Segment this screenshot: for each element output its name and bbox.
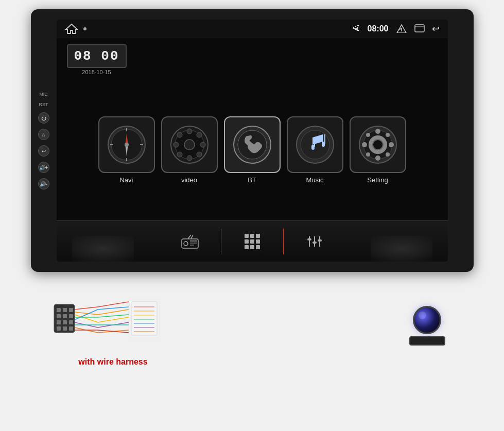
svg-point-44 [366, 152, 370, 157]
status-right: ⮘ 08:00 ↩ [352, 23, 440, 35]
svg-line-85 [98, 307, 129, 309]
svg-rect-56 [307, 238, 311, 240]
video-reel-svg [169, 124, 210, 165]
bottom-bar [57, 220, 448, 262]
music-label: Music [306, 176, 324, 184]
car-stereo-unit: MIC RST ⏻ ⌂ ↩ 🔊+ 🔊- [31, 9, 474, 272]
status-time: 08:00 [368, 24, 389, 33]
bt-label: BT [248, 176, 256, 184]
svg-line-72 [75, 307, 98, 309]
main-screen: ⮘ 08:00 ↩ [57, 20, 448, 262]
svg-rect-71 [69, 326, 73, 331]
svg-line-52 [191, 235, 193, 239]
svg-point-22 [197, 152, 202, 157]
svg-point-25 [184, 140, 195, 150]
svg-point-45 [373, 140, 383, 150]
app-navi[interactable]: Navi [98, 116, 155, 184]
app-setting[interactable]: Setting [350, 116, 406, 184]
power-icon: ⏻ [38, 112, 49, 124]
status-bar: ⮘ 08:00 ↩ [57, 20, 448, 38]
camera-visual [402, 306, 453, 347]
svg-rect-70 [63, 326, 67, 331]
signal-icon [396, 24, 407, 35]
svg-line-83 [98, 317, 129, 322]
video-label: video [181, 176, 197, 184]
app-music[interactable]: Music [287, 116, 343, 184]
compass-svg [106, 124, 147, 165]
eq-icon [306, 234, 323, 249]
svg-point-20 [200, 142, 205, 147]
svg-rect-62 [69, 308, 73, 312]
camera-mount [409, 336, 445, 346]
bt-icon-box [224, 116, 281, 173]
back-button[interactable]: ↩ [38, 145, 49, 157]
home-status-icon [65, 23, 78, 35]
phone-svg [232, 124, 273, 165]
svg-point-19 [173, 142, 179, 147]
svg-rect-67 [63, 320, 67, 324]
home-icon: ⌂ [38, 129, 49, 140]
svg-line-84 [98, 315, 129, 317]
grid-button[interactable] [221, 221, 283, 262]
accessories-section: with wire harness [31, 286, 474, 367]
svg-rect-61 [63, 308, 67, 312]
svg-point-17 [187, 129, 192, 134]
svg-rect-58 [318, 239, 322, 242]
svg-point-37 [375, 129, 380, 134]
svg-rect-46 [182, 239, 198, 248]
svg-rect-68 [69, 320, 73, 324]
eq-button[interactable] [284, 221, 345, 262]
settings-svg [357, 124, 398, 165]
mic-button[interactable]: MIC [39, 92, 48, 97]
vol-up-button[interactable]: 🔊+ [38, 162, 49, 173]
svg-rect-65 [69, 314, 73, 318]
camera-lens [413, 306, 441, 334]
bluetooth-icon: ⮘ [352, 24, 360, 33]
mic-label: MIC [39, 92, 48, 97]
svg-point-38 [375, 156, 380, 161]
back-arrow-icon[interactable]: ↩ [432, 23, 440, 35]
svg-point-43 [386, 133, 390, 137]
svg-point-24 [177, 152, 182, 157]
app-bt[interactable]: BT [224, 116, 281, 184]
svg-point-23 [197, 132, 202, 137]
indicator-dot [83, 27, 86, 30]
vol-down-button[interactable]: 🔊- [38, 178, 49, 189]
svg-line-51 [188, 235, 191, 239]
vol-up-icon: 🔊+ [38, 162, 49, 173]
wire-harness-svg [51, 286, 175, 353]
radio-button[interactable] [159, 221, 221, 262]
music-svg [294, 124, 336, 165]
grid-icon [245, 234, 260, 249]
home-button[interactable]: ⌂ [38, 129, 49, 140]
navi-label: Navi [119, 176, 133, 184]
power-button[interactable]: ⏻ [38, 112, 49, 124]
wire-harness-visual [51, 286, 175, 353]
setting-label: Setting [367, 176, 388, 184]
svg-point-40 [389, 142, 394, 147]
wire-harness-label: with wire harness [78, 357, 147, 367]
svg-rect-60 [57, 308, 61, 312]
navi-icon-box [98, 116, 155, 173]
window-icon [414, 24, 425, 34]
svg-point-18 [187, 156, 192, 161]
rst-button[interactable]: RST [39, 102, 48, 107]
status-left [65, 23, 86, 35]
svg-rect-63 [57, 314, 61, 318]
clock-area: 08 00 2018-10-15 [57, 38, 448, 79]
svg-rect-4 [415, 25, 424, 32]
screen-content: 08 00 2018-10-15 [57, 38, 448, 262]
rst-label: RST [39, 102, 48, 107]
svg-point-21 [177, 132, 182, 137]
wire-harness-area: with wire harness [51, 286, 175, 367]
clock-display: 08 00 [74, 48, 119, 64]
clock-date: 2018-10-15 [82, 69, 111, 75]
svg-rect-64 [63, 314, 67, 318]
back-icon: ↩ [38, 145, 49, 157]
radio-icon [181, 234, 199, 249]
svg-marker-0 [66, 24, 77, 33]
app-video[interactable]: video [161, 116, 218, 184]
camera-area [402, 306, 453, 347]
app-grid: Navi [57, 79, 448, 220]
video-icon-box [161, 116, 218, 173]
